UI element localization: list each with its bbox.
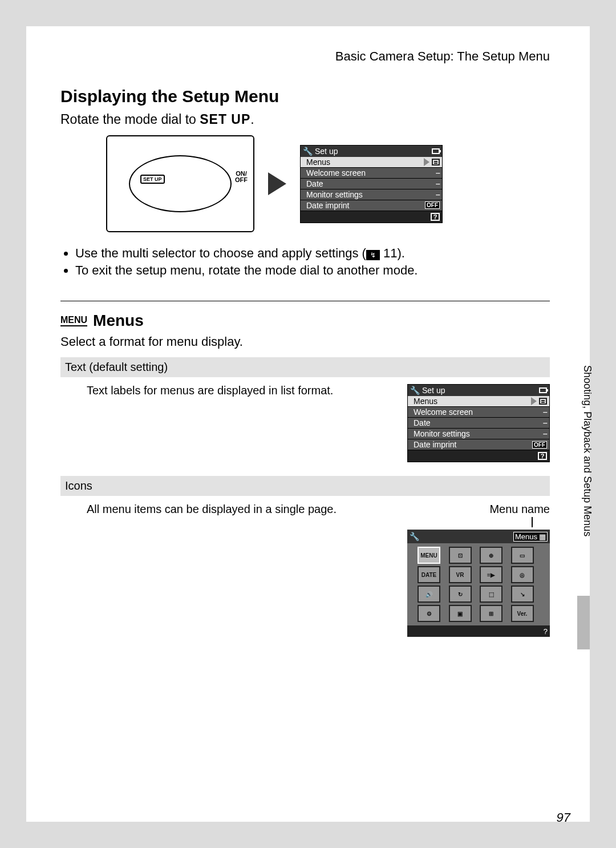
icon-cell-3: ▭ <box>511 547 534 564</box>
option-icons-body: All menu items can be displayed in a sin… <box>87 503 407 516</box>
option-text-header: Text (default setting) <box>60 357 550 377</box>
callout-line <box>532 517 533 527</box>
icon-lcd-menuname: Menus <box>515 532 537 541</box>
page-ref-icon: ↯ <box>366 250 380 260</box>
menu-row-monitor: Monitor settings-- <box>301 189 442 200</box>
help-icon: ? <box>431 213 440 221</box>
wrench-icon: 🔧 <box>410 532 419 541</box>
lcd-title: Set up <box>315 147 338 156</box>
icon-cell-4: DATE <box>418 566 440 583</box>
option-text-body: Text labels for menus are displayed in l… <box>87 384 407 397</box>
icon-cell-8: 🔊 <box>418 585 440 603</box>
rotate-suffix: . <box>250 112 254 127</box>
menu-row-menus: Menus <box>301 157 442 168</box>
wrench-icon: 🔧 <box>303 147 313 156</box>
setup-menu-screenshot-icons: 🔧 Menus ▦ MENU⊡⊕▭DATEVR≡▶◎🔊↻⬚↘⚙▣⊞Ver. ? <box>407 530 550 637</box>
icon-cell-1: ⊡ <box>449 547 472 564</box>
menus-heading: Menus <box>93 312 144 330</box>
icon-cell-11: ↘ <box>511 585 534 603</box>
menu-heading-icon: MENU <box>60 316 87 326</box>
setup-menu-screenshot-top: 🔧Set up Menus Welcome screen-- Date-- Mo… <box>300 145 443 223</box>
setup-word: SET UP <box>200 112 250 127</box>
page-number: 97 <box>557 810 570 825</box>
on-off-switch-label: ON/OFF <box>235 171 248 183</box>
grid-icon: ▦ <box>539 532 546 541</box>
menu-row-welcome: Welcome screen-- <box>301 168 442 179</box>
setup-menu-screenshot-text: 🔧Set up Menus Welcome screen-- Date-- Mo… <box>407 384 550 462</box>
icon-cell-0: MENU <box>418 547 440 564</box>
menus-description: Select a format for menu display. <box>60 334 550 349</box>
rotate-instruction: Rotate the mode dial to SET UP. <box>60 112 550 127</box>
wrench-icon: 🔧 <box>410 386 420 395</box>
icon-cell-10: ⬚ <box>480 585 502 603</box>
mode-dial-illustration: SET UP ON/OFF <box>106 135 254 232</box>
menu-name-label: Menu name <box>489 503 550 516</box>
icon-cell-7: ◎ <box>511 566 534 583</box>
icon-cell-14: ⊞ <box>480 605 502 622</box>
side-chapter-label: Shooting, Playback and Setup Menus <box>579 365 593 628</box>
option-icons-header: Icons <box>60 476 550 496</box>
menu-row-date: Date-- <box>301 179 442 189</box>
icon-cell-12: ⚙ <box>418 605 440 622</box>
help-icon: ? <box>544 627 548 636</box>
menu-row-date-imprint: Date imprintOFF <box>301 200 442 211</box>
icon-cell-13: ▣ <box>449 605 472 622</box>
icon-cell-15: Ver. <box>511 605 534 622</box>
rotate-prefix: Rotate the mode dial to <box>60 112 200 127</box>
battery-icon <box>539 387 547 393</box>
help-icon: ? <box>538 452 547 460</box>
bullet-multi-selector: Use the multi selector to choose and app… <box>75 246 550 261</box>
icon-cell-9: ↻ <box>449 585 472 603</box>
bullet-exit-setup: To exit the setup menu, rotate the mode … <box>75 263 550 278</box>
dial-setup-label: SET UP <box>140 175 165 184</box>
thumb-tab <box>577 596 590 649</box>
section-divider <box>60 301 550 301</box>
icon-cell-2: ⊕ <box>480 547 502 564</box>
battery-icon <box>432 148 440 154</box>
list-format-icon <box>432 159 440 165</box>
icon-cell-5: VR <box>449 566 472 583</box>
icon-cell-6: ≡▶ <box>480 566 502 583</box>
heading-displaying-setup: Displaying the Setup Menu <box>60 87 550 106</box>
arrow-right-icon <box>268 172 286 195</box>
breadcrumb: Basic Camera Setup: The Setup Menu <box>60 49 550 64</box>
